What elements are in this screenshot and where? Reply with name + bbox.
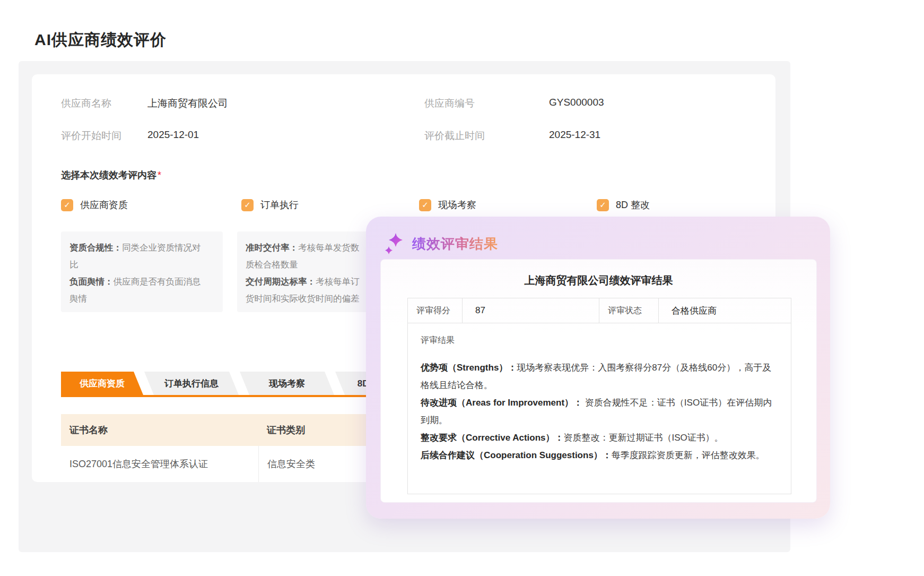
page-title: AI供应商绩效评价 xyxy=(34,29,167,51)
supplier-evaluation-page: AI供应商绩效评价 供应商名称 上海商贸有限公司 供应商编号 GYS000003… xyxy=(0,0,924,576)
checkbox-checked-icon xyxy=(61,199,73,211)
column-header-cert-name: 证书名称 xyxy=(61,424,258,436)
hint-box-qualification: 资质合规性：同类企业资质情况对 比 负面舆情：供应商是否有负面消息 舆情 xyxy=(61,231,223,312)
result-card: 上海商贸有限公司绩效评审结果 评审得分 87 评审状态 合格供应商 评审结果 优… xyxy=(380,259,817,503)
supplier-name-label: 供应商名称 xyxy=(61,97,111,110)
result-panel-title: 绩效评审结果 xyxy=(412,235,498,253)
checkbox-label: 8D 整改 xyxy=(616,199,650,211)
checkbox-label: 现场考察 xyxy=(438,199,476,211)
paragraph-text: 每季度跟踪资质更新，评估整改效果。 xyxy=(612,450,765,460)
tab-supplier-qualification[interactable]: 供应商资质 xyxy=(61,372,143,395)
paragraph-key: 优势项（Strengths）： xyxy=(421,363,517,373)
score-label: 评审得分 xyxy=(408,298,462,323)
hint-line: 负面舆情：供应商是否有负面消息 舆情 xyxy=(69,273,214,307)
review-paragraphs: 优势项（Strengths）：现场考察表现优异：入围考察得分87分（及格线60分… xyxy=(421,359,778,464)
paragraph-text: 资质整改：更新过期证书（ISO证书）。 xyxy=(564,433,723,443)
end-date-value: 2025-12-31 xyxy=(549,129,600,141)
performance-review-result-panel: 绩效评审结果 上海商贸有限公司绩效评审结果 评审得分 87 评审状态 合格供应商… xyxy=(366,217,830,519)
cell-cert-name: ISO27001信息安全管理体系认证 xyxy=(61,458,258,470)
tab-site-inspection[interactable]: 现场考察 xyxy=(240,372,334,395)
paragraph-cooperation-suggestions: 后续合作建议（Cooperation Suggestions）：每季度跟踪资质更… xyxy=(421,446,778,464)
paragraph-key: 整改要求（Corrective Actions）： xyxy=(421,433,564,443)
checkbox-label: 供应商资质 xyxy=(80,199,128,211)
hint-line: 资质合规性：同类企业资质情况对 比 xyxy=(69,239,214,273)
supplier-name-value: 上海商贸有限公司 xyxy=(147,97,228,110)
review-result-box: 评审结果 优势项（Strengths）：现场考察表现优异：入围考察得分87分（及… xyxy=(408,323,791,494)
supplier-code-label: 供应商编号 xyxy=(424,97,475,110)
score-table: 评审得分 87 评审状态 合格供应商 评审结果 优势项（Strengths）：现… xyxy=(407,298,791,494)
paragraph-strengths: 优势项（Strengths）：现场考察表现优异：入围考察得分87分（及格线60分… xyxy=(421,359,778,394)
result-card-title: 上海商贸有限公司绩效评审结果 xyxy=(381,273,816,288)
required-asterisk: * xyxy=(158,170,161,180)
sparkle-icon xyxy=(385,233,405,255)
result-panel-header: 绩效评审结果 xyxy=(385,233,498,255)
paragraph-key: 待改进项（Areas for Improvement）： xyxy=(421,398,582,408)
checkbox-supplier-qualification[interactable]: 供应商资质 xyxy=(61,199,128,211)
checkbox-8d-rectification[interactable]: 8D 整改 xyxy=(597,199,650,211)
status-label: 评审状态 xyxy=(599,298,658,323)
paragraph-key: 后续合作建议（Cooperation Suggestions）： xyxy=(421,450,612,460)
checkbox-checked-icon xyxy=(597,199,609,211)
start-date-value: 2025-12-01 xyxy=(147,129,199,141)
end-date-label: 评价截止时间 xyxy=(424,129,485,143)
hint-key: 准时交付率： xyxy=(246,243,298,252)
score-value: 87 xyxy=(462,298,599,323)
assessment-content-section-label: 选择本次绩效考评内容* xyxy=(61,169,161,182)
score-row: 评审得分 87 评审状态 合格供应商 xyxy=(408,298,791,323)
paragraph-corrective-actions: 整改要求（Corrective Actions）：资质整改：更新过期证书（ISO… xyxy=(421,429,778,446)
start-date-label: 评价开始时间 xyxy=(61,129,121,143)
paragraph-improvements: 待改进项（Areas for Improvement）： 资质合规性不足：证书（… xyxy=(421,394,778,429)
hint-key: 负面舆情： xyxy=(69,277,114,286)
checkbox-label: 订单执行 xyxy=(260,199,299,211)
tab-order-execution-info[interactable]: 订单执行信息 xyxy=(144,372,239,395)
checkbox-checked-icon xyxy=(241,199,254,211)
section-label-text: 选择本次绩效考评内容 xyxy=(61,170,156,180)
checkbox-site-inspection[interactable]: 现场考察 xyxy=(419,199,476,211)
hint-key: 资质合规性： xyxy=(69,243,122,252)
supplier-code-value: GYS000003 xyxy=(549,97,604,108)
checkbox-order-execution[interactable]: 订单执行 xyxy=(241,199,299,211)
checkbox-checked-icon xyxy=(419,199,431,211)
hint-key: 交付周期达标率： xyxy=(246,277,316,286)
status-value: 合格供应商 xyxy=(658,298,791,323)
review-result-label: 评审结果 xyxy=(421,335,778,346)
